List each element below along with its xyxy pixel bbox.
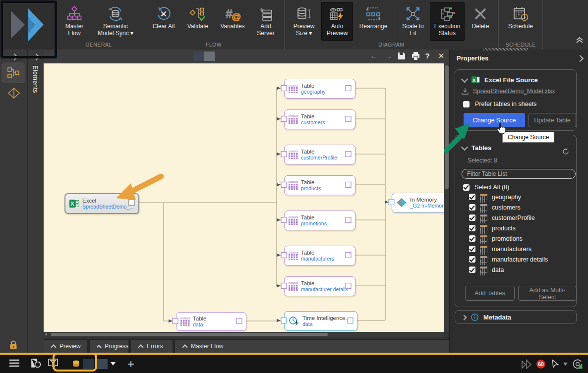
node-table-manufacturer-details[interactable]: Table manufacturer details...	[284, 276, 355, 296]
metadata-card[interactable]: Metadata	[455, 310, 577, 324]
refresh-icon[interactable]	[562, 148, 569, 155]
node-table-manufacturers[interactable]: Table manufacturers	[284, 246, 355, 266]
add-server-button[interactable]: Add Server	[251, 2, 280, 41]
table-checkbox[interactable]	[469, 246, 475, 252]
node-table-geography[interactable]: Table geography	[284, 79, 355, 99]
node-table-promotions[interactable]: Table promotions	[284, 211, 355, 230]
source-file-link[interactable]: SpreadSheetDemo_Model.xlsx	[473, 88, 555, 95]
collapse-panel-chevron-icon[interactable]	[577, 55, 584, 62]
table-checkbox[interactable]	[469, 256, 475, 263]
table-icon	[480, 256, 487, 263]
add-tables-button[interactable]: Add Tables	[465, 286, 515, 301]
expand-section-chevron-icon[interactable]	[461, 315, 467, 320]
clear-all-button[interactable]: Clear All	[147, 2, 180, 41]
collapse-ribbon-button[interactable]	[575, 37, 584, 46]
rearrange-label: Rearrange	[359, 23, 388, 30]
tab-master-flow[interactable]: Master Flow	[175, 340, 449, 353]
auto-preview-button[interactable]: Auto Preview	[321, 2, 353, 41]
node-table-customers[interactable]: Table customers	[284, 109, 355, 129]
redo-icon[interactable]: →	[384, 52, 394, 60]
semantic-model-sync-button[interactable]: Semantic Model Sync ▾	[92, 2, 139, 41]
table-checkbox[interactable]	[469, 214, 475, 221]
table-list-item[interactable]: customers	[455, 202, 576, 213]
scrollbar-thumb[interactable]	[445, 65, 449, 189]
update-table-button[interactable]: Update Table	[529, 113, 576, 127]
scrollbar-thumb[interactable]	[51, 333, 328, 336]
rail-tab-model[interactable]	[7, 87, 20, 101]
rail-tab-flow-elements[interactable]	[1, 62, 25, 83]
menu-button[interactable]	[9, 359, 20, 369]
chevron-up-icon	[138, 344, 143, 350]
scale-to-fit-button[interactable]: Scale to Fit	[398, 2, 428, 41]
change-source-button[interactable]: Change Source	[464, 113, 525, 127]
node-table-products[interactable]: Table products	[284, 175, 355, 195]
table-checkbox[interactable]	[469, 225, 475, 231]
semantic-model-sync-icon	[107, 4, 124, 23]
table-checkbox[interactable]	[469, 266, 475, 273]
small-caret-icon[interactable]	[563, 363, 568, 366]
canvas-horizontal-scrollbar[interactable]: ◂	[44, 332, 444, 337]
node-table-data[interactable]: Table data	[176, 312, 246, 331]
collapse-section-chevron-icon[interactable]	[461, 143, 468, 150]
table-name: geography	[492, 194, 521, 201]
help-icon[interactable]: ?	[422, 52, 432, 60]
prefer-tables-checkbox[interactable]	[463, 101, 470, 107]
table-list-item[interactable]: products	[455, 223, 576, 233]
canvas-vertical-scrollbar[interactable]	[444, 63, 449, 332]
scroll-left-arrow-icon[interactable]: ◂	[45, 331, 47, 336]
table-checkbox[interactable]	[469, 235, 475, 242]
snapshot-button[interactable]	[30, 358, 42, 371]
panel-splitter-grip[interactable]	[483, 48, 528, 51]
tab-preview[interactable]: Preview	[44, 340, 87, 353]
notification-badge[interactable]: 60	[536, 360, 545, 369]
diamond-icon	[7, 87, 20, 99]
delete-button[interactable]: Delete	[467, 2, 494, 41]
node-time-intelligence[interactable]: Time Intelligence... data	[284, 311, 357, 331]
table-list-item[interactable]: manufacturers	[455, 244, 576, 254]
table-icon	[480, 194, 487, 200]
connection-status-icon[interactable]	[572, 359, 583, 370]
select-all-checkbox[interactable]	[463, 184, 470, 191]
execution-status-button[interactable]: Execution Status	[430, 2, 465, 41]
preview-size-button[interactable]: Preview Size ▾	[289, 2, 319, 41]
pointer-icon[interactable]	[550, 360, 559, 369]
node-excel-source[interactable]: X Excel SpreadSheetDemo_...	[64, 193, 139, 214]
add-database-button[interactable]: +	[127, 359, 134, 369]
add-as-multi-select-button[interactable]: Add as Multi-Select	[518, 286, 577, 301]
tab-errors[interactable]: Errors	[131, 340, 173, 353]
redacted-database-name	[97, 359, 108, 369]
ribbon: Master Flow Semantic Model Sync ▾ GENERA	[0, 0, 588, 50]
master-flow-button[interactable]: Master Flow	[59, 2, 90, 41]
table-checkbox[interactable]	[469, 204, 475, 211]
table-list-item[interactable]: promotions	[455, 233, 576, 244]
rearrange-button[interactable]: Rearrange	[355, 2, 392, 41]
node-table-customerprofile[interactable]: Table customerProfile	[284, 145, 355, 164]
flow-canvas[interactable]: X Excel SpreadSheetDemo_... Table geogra…	[44, 63, 444, 332]
table-list-item[interactable]: customerProfile	[455, 213, 576, 223]
save-icon[interactable]	[397, 52, 407, 61]
table-icon	[480, 214, 487, 221]
elements-rail-label[interactable]: Elements	[32, 65, 39, 93]
validate-button[interactable]: Validate	[182, 2, 214, 41]
filter-table-input[interactable]	[462, 169, 576, 179]
collapse-section-chevron-icon[interactable]	[461, 75, 468, 82]
close-canvas-icon[interactable]: ✕	[436, 52, 446, 60]
print-icon[interactable]	[411, 52, 420, 61]
variables-button[interactable]: # @ Variables	[216, 2, 249, 41]
table-grid-icon	[289, 282, 298, 291]
table-list-item[interactable]: data	[455, 265, 576, 275]
left-rail	[0, 50, 28, 353]
svg-text:X: X	[70, 201, 74, 207]
schedule-label: Schedule	[508, 23, 533, 30]
undo-icon[interactable]: ←	[369, 52, 379, 60]
tab-label: Errors	[147, 343, 163, 350]
excel-icon: X	[69, 199, 79, 208]
node-in-memory[interactable]: In Memory _G2 In-Memory	[392, 193, 444, 213]
tab-progress[interactable]: Progress	[90, 340, 128, 353]
table-list-item[interactable]: geography	[455, 192, 576, 202]
node-title: Table	[301, 149, 337, 155]
table-checkbox[interactable]	[469, 194, 475, 200]
table-list-item[interactable]: manufacturer details	[455, 254, 576, 265]
lock-button[interactable]	[8, 340, 19, 353]
schedule-button[interactable]: Schedule	[503, 2, 538, 41]
